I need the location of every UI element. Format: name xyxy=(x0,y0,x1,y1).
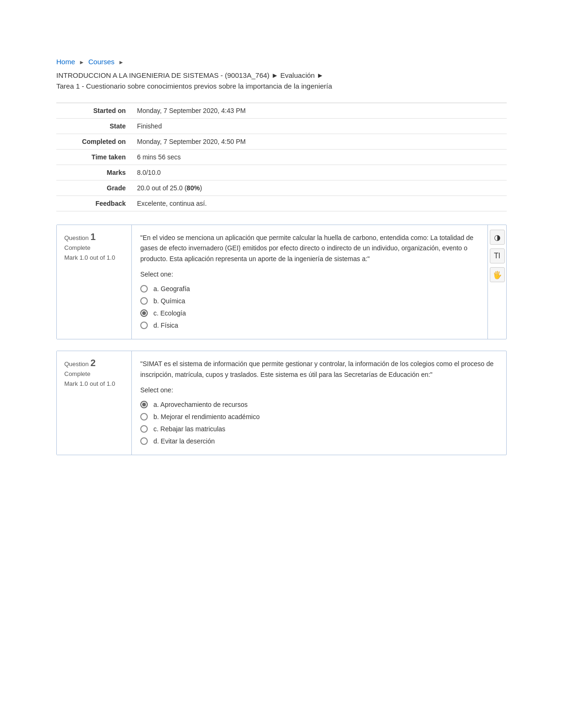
option-label-2-1: a. Aprovechamiento de recursos xyxy=(153,401,248,408)
summary-row-grade: Grade 20.0 out of 25.0 (80%) xyxy=(56,180,507,196)
answer-option-2-1[interactable]: a. Aprovechamiento de recursos xyxy=(140,398,498,411)
radio-2-1 xyxy=(140,401,148,408)
question-sidebar-1: Question 1 Complete Mark 1.0 out of 1.0 xyxy=(57,225,132,339)
arrow-icon-2: ► xyxy=(118,59,124,66)
answer-option-1-3[interactable]: c. Ecología xyxy=(140,307,479,319)
arrow-icon: ► xyxy=(79,59,84,66)
answer-option-2-4[interactable]: d. Evitar la deserción xyxy=(140,435,498,447)
question-block-2: Question 2 Complete Mark 1.0 out of 1.0 … xyxy=(56,351,507,455)
radio-1-3 xyxy=(140,309,148,317)
breadcrumb-courses[interactable]: Courses xyxy=(88,58,114,66)
question-text-2: "SIMAT es el sistema de información que … xyxy=(140,359,498,380)
radio-2-2 xyxy=(140,413,148,420)
answer-option-1-1[interactable]: a. Geografía xyxy=(140,283,479,295)
completed-on-label: Completed on xyxy=(56,134,131,150)
summary-row-feedback: Feedback Excelente, continua así. xyxy=(56,196,507,211)
question-content-2: "SIMAT es el sistema de información que … xyxy=(132,351,506,455)
answer-option-2-2[interactable]: b. Mejorar el rendimiento académico xyxy=(140,411,498,423)
option-label-2-3: c. Rebajar las matriculas xyxy=(153,425,225,433)
option-label-1-3: c. Ecología xyxy=(153,309,186,317)
summary-row-completed: Completed on Monday, 7 September 2020, 4… xyxy=(56,134,507,150)
marks-value: 8.0/10.0 xyxy=(131,165,507,180)
summary-row-started: Started on Monday, 7 September 2020, 4:4… xyxy=(56,103,507,119)
radio-1-1 xyxy=(140,285,148,293)
radio-2-3 xyxy=(140,425,148,433)
time-taken-label: Time taken xyxy=(56,150,131,165)
page-title: INTRODUCCION A LA INGENIERIA DE SISTEMAS… xyxy=(56,70,507,91)
summary-row-time: Time taken 6 mins 56 secs xyxy=(56,150,507,165)
answer-option-2-3[interactable]: c. Rebajar las matriculas xyxy=(140,423,498,435)
summary-table: Started on Monday, 7 September 2020, 4:4… xyxy=(56,103,507,211)
hand-icon[interactable]: 🖐 xyxy=(490,267,505,282)
option-label-1-4: d. Física xyxy=(153,322,178,329)
answer-options-1: a. Geografíab. Químicac. Ecologíad. Físi… xyxy=(140,283,479,331)
started-on-value: Monday, 7 September 2020, 4:43 PM xyxy=(131,103,507,119)
question-block-1: Question 1 Complete Mark 1.0 out of 1.0 … xyxy=(56,225,507,339)
summary-row-marks: Marks 8.0/10.0 xyxy=(56,165,507,180)
option-label-1-1: a. Geografía xyxy=(153,285,190,293)
question-label-1: Question 1 xyxy=(64,232,124,242)
select-label-1: Select one: xyxy=(140,270,479,278)
question-number-1: 1 xyxy=(91,232,96,242)
question-mark-2: Mark 1.0 out of 1.0 xyxy=(64,380,124,387)
question-content-1: "En el video se menciona un aplicación q… xyxy=(132,225,487,339)
question-number-2: 2 xyxy=(91,358,96,368)
marks-label: Marks xyxy=(56,165,131,180)
question-status-2: Complete xyxy=(64,370,124,377)
option-label-1-2: b. Química xyxy=(153,297,185,305)
option-label-2-4: d. Evitar la deserción xyxy=(153,437,215,445)
question-label-2: Question 2 xyxy=(64,358,124,368)
question-text-1: "En el video se menciona un aplicación q… xyxy=(140,233,479,264)
state-label: State xyxy=(56,119,131,134)
contrast-icon[interactable]: ◑ xyxy=(490,230,505,245)
feedback-value: Excelente, continua así. xyxy=(131,196,507,211)
evaluacion-label: Evaluación xyxy=(281,71,315,79)
question-sidebar-2: Question 2 Complete Mark 1.0 out of 1.0 xyxy=(57,351,132,455)
toolbar-1: ◑Tl🖐 xyxy=(487,225,506,339)
course-name: INTRODUCCION A LA INGENIERIA DE SISTEMAS… xyxy=(56,71,269,79)
breadcrumb-home[interactable]: Home xyxy=(56,58,75,66)
option-label-2-2: b. Mejorar el rendimiento académico xyxy=(153,413,259,420)
state-value: Finished xyxy=(131,119,507,134)
answer-option-1-4[interactable]: d. Física xyxy=(140,319,479,331)
grade-label: Grade xyxy=(56,180,131,196)
feedback-label: Feedback xyxy=(56,196,131,211)
radio-1-2 xyxy=(140,297,148,305)
answer-options-2: a. Aprovechamiento de recursosb. Mejorar… xyxy=(140,398,498,447)
breadcrumb: Home ► Courses ► xyxy=(56,56,507,68)
radio-2-4 xyxy=(140,437,148,445)
arrow-icon-4: ► xyxy=(317,71,324,79)
grade-value: 20.0 out of 25.0 (80%) xyxy=(131,180,507,196)
time-taken-value: 6 mins 56 secs xyxy=(131,150,507,165)
tarea-label: Tarea 1 - Cuestionario sobre conocimient… xyxy=(56,82,332,90)
text-icon[interactable]: Tl xyxy=(490,248,505,263)
question-mark-1: Mark 1.0 out of 1.0 xyxy=(64,254,124,261)
questions-container: Question 1 Complete Mark 1.0 out of 1.0 … xyxy=(56,225,507,455)
answer-option-1-2[interactable]: b. Química xyxy=(140,295,479,307)
summary-row-state: State Finished xyxy=(56,119,507,134)
started-on-label: Started on xyxy=(56,103,131,119)
arrow-icon-3: ► xyxy=(272,71,281,79)
radio-1-4 xyxy=(140,322,148,329)
select-label-2: Select one: xyxy=(140,386,498,394)
question-status-1: Complete xyxy=(64,244,124,251)
completed-on-value: Monday, 7 September 2020, 4:50 PM xyxy=(131,134,507,150)
